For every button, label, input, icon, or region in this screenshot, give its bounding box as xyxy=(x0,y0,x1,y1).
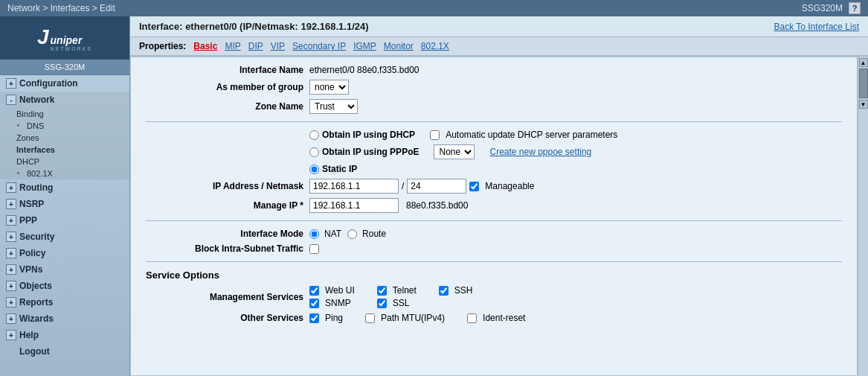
interface-name-row: Interface Name ethernet0/0 88e0.f335.bd0… xyxy=(146,65,842,75)
sidebar-item-policy[interactable]: + Policy xyxy=(0,245,129,261)
sidebar-item-configuration[interactable]: + Configuration xyxy=(0,75,129,92)
tab-dip[interactable]: DIP xyxy=(245,41,266,51)
sidebar-item-reports[interactable]: + Reports xyxy=(0,294,129,310)
tab-monitor[interactable]: Monitor xyxy=(381,41,417,51)
snmp-checkbox[interactable] xyxy=(309,299,319,308)
interface-mode-row: Interface Mode NAT Route xyxy=(146,229,842,239)
ssh-checkbox[interactable] xyxy=(439,286,449,296)
manage-ip-input[interactable] xyxy=(309,198,399,213)
static-radio[interactable] xyxy=(309,165,319,174)
dhcp-radio[interactable] xyxy=(309,130,319,140)
auto-update-checkbox[interactable] xyxy=(430,130,440,140)
other-services-row: Other Services Ping Path MTU(IPv4) Id xyxy=(146,313,842,323)
dhcp-row: Obtain IP using DHCP Automatic update DH… xyxy=(146,130,842,140)
scroll-down-btn[interactable]: ▼ xyxy=(859,100,868,109)
divider-3 xyxy=(146,261,842,262)
pathmtu-service[interactable]: Path MTU(IPv4) xyxy=(365,313,445,323)
zone-name-label: Zone Name xyxy=(146,101,309,112)
block-traffic-checkbox[interactable] xyxy=(309,244,319,254)
sidebar-item-nsrp[interactable]: + NSRP xyxy=(0,196,129,212)
manageable-checkbox[interactable] xyxy=(469,182,479,191)
route-option[interactable]: Route xyxy=(347,229,386,239)
sidebar-item-interfaces[interactable]: Interfaces xyxy=(0,144,129,156)
zone-name-select[interactable]: Trust Untrust DMZ xyxy=(309,99,358,114)
create-pppoe-link[interactable]: Create new pppoe setting xyxy=(489,147,591,157)
dhcp-option[interactable]: Obtain IP using DHCP xyxy=(309,130,415,140)
ip-address-input[interactable] xyxy=(309,179,399,194)
sidebar-item-dhcp[interactable]: DHCP xyxy=(0,156,129,168)
top-bar: Network > Interfaces > Edit SSG320M ? xyxy=(0,0,868,16)
route-radio[interactable] xyxy=(347,229,357,239)
scrollbar-thumb[interactable] xyxy=(859,68,868,98)
sidebar-item-ppp[interactable]: + PPP xyxy=(0,212,129,229)
manage-ip-label: Manage IP * xyxy=(146,200,309,211)
tab-vip[interactable]: VIP xyxy=(268,41,288,51)
pppoe-select[interactable]: None xyxy=(434,144,475,159)
expand-icon-objects: + xyxy=(6,281,16,291)
expand-icon-wizards: + xyxy=(6,313,16,324)
manageable-label: Manageable xyxy=(485,181,534,191)
manage-ip-mac: 88e0.f335.bd00 xyxy=(406,200,468,211)
sidebar-item-dns[interactable]: +DNS xyxy=(0,120,129,132)
pathmtu-checkbox[interactable] xyxy=(365,313,375,323)
member-group-select[interactable]: none xyxy=(309,80,349,95)
scroll-up-btn[interactable]: ▲ xyxy=(859,58,868,67)
ident-service[interactable]: Ident-reset xyxy=(467,313,525,323)
static-ip-option[interactable]: Static IP xyxy=(309,164,357,174)
sidebar-item-zones[interactable]: Zones xyxy=(0,132,129,144)
ping-checkbox[interactable] xyxy=(309,313,319,323)
tab-8021x[interactable]: 802.1X xyxy=(418,41,452,51)
sidebar-item-vpns[interactable]: + VPNs xyxy=(0,261,129,278)
pppoe-row: Obtain IP using PPPoE None Create new pp… xyxy=(146,144,842,159)
telnet-checkbox[interactable] xyxy=(377,286,387,296)
content-with-scroll: Interface Name ethernet0/0 88e0.f335.bd0… xyxy=(130,57,868,376)
webui-checkbox[interactable] xyxy=(309,286,319,296)
sidebar-item-network[interactable]: - Network xyxy=(0,92,129,108)
8021x-expand-icon: + xyxy=(16,170,24,177)
sidebar-item-logout[interactable]: Logout xyxy=(0,343,129,360)
ping-service[interactable]: Ping xyxy=(309,313,343,323)
pppoe-option[interactable]: Obtain IP using PPPoE xyxy=(309,147,419,157)
ssl-service[interactable]: SSL xyxy=(377,298,417,308)
tab-mip[interactable]: MIP xyxy=(222,41,243,51)
sidebar-item-security[interactable]: + Security xyxy=(0,229,129,245)
help-icon[interactable]: ? xyxy=(849,2,861,14)
ssh-service[interactable]: SSH xyxy=(439,285,473,296)
main-layout: J uniper NETWORKS SSG-320M + Configurati… xyxy=(0,16,868,376)
sidebar-label-security: Security xyxy=(19,232,54,242)
expand-icon-security: + xyxy=(6,232,16,242)
expand-icon-help: + xyxy=(6,330,16,340)
divider-1 xyxy=(146,121,842,122)
telnet-service[interactable]: Telnet xyxy=(377,285,417,296)
webui-service[interactable]: Web UI xyxy=(309,285,355,296)
sidebar-label-routing: Routing xyxy=(19,182,53,193)
pppoe-radio[interactable] xyxy=(309,147,319,157)
member-group-row: As member of group none xyxy=(146,80,842,95)
sidebar-item-routing[interactable]: + Routing xyxy=(0,179,129,196)
expand-icon-reports: + xyxy=(6,297,16,308)
logo-networks: NETWORKS xyxy=(51,46,92,51)
tab-igmp[interactable]: IGMP xyxy=(350,41,379,51)
ssl-checkbox[interactable] xyxy=(377,299,387,308)
sidebar-item-objects[interactable]: + Objects xyxy=(0,278,129,294)
sidebar-item-8021x[interactable]: +802.1X xyxy=(0,168,129,179)
nat-radio[interactable] xyxy=(309,229,319,239)
netmask-input[interactable] xyxy=(407,179,466,194)
snmp-service[interactable]: SNMP xyxy=(309,298,355,308)
sidebar-item-help[interactable]: + Help xyxy=(0,327,129,343)
sidebar-item-binding[interactable]: Binding xyxy=(0,108,129,120)
sidebar-label-network: Network xyxy=(19,95,54,105)
tab-secondary-ip[interactable]: Secondary IP xyxy=(289,41,349,51)
ident-checkbox[interactable] xyxy=(467,313,477,323)
expand-icon-ppp: + xyxy=(6,215,16,226)
nat-option[interactable]: NAT xyxy=(309,229,341,239)
other-services-options: Ping Path MTU(IPv4) Ident-reset xyxy=(309,313,525,323)
static-ip-row: Static IP xyxy=(146,164,842,174)
back-to-list-link[interactable]: Back To Interface List xyxy=(774,22,859,32)
top-bar-right: SSG320M ? xyxy=(802,2,861,14)
sidebar-label-wizards: Wizards xyxy=(19,313,54,324)
ip-address-inputs: / Manageable xyxy=(309,179,534,194)
tab-basic[interactable]: Basic xyxy=(190,41,220,51)
sidebar-item-wizards[interactable]: + Wizards xyxy=(0,310,129,327)
sidebar-label-nsrp: NSRP xyxy=(19,199,44,209)
